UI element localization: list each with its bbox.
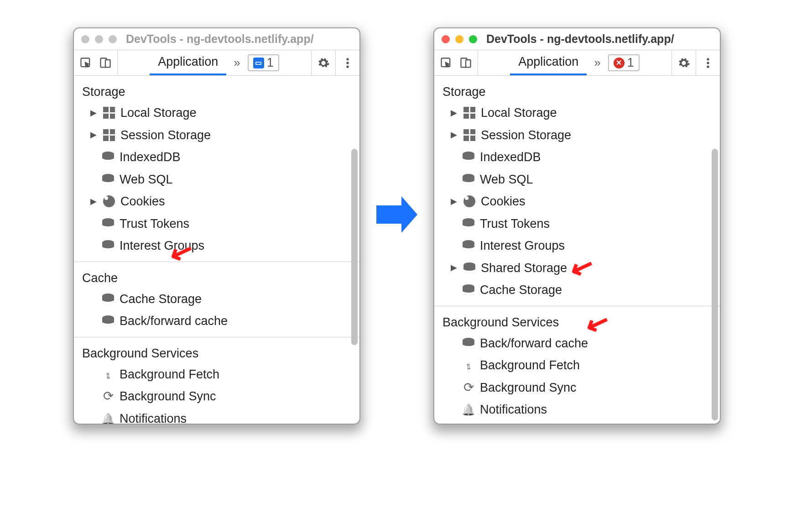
tree-item[interactable]: Payment Handler: [434, 421, 720, 424]
zoom-dot[interactable]: [469, 35, 477, 43]
tree-item-label: Cache Storage: [480, 281, 562, 299]
device-toggle-icon[interactable]: [459, 57, 472, 69]
tree-item-label: Interest Groups: [480, 236, 565, 255]
traffic-lights[interactable]: [81, 35, 117, 43]
settings-gear-icon[interactable]: [317, 57, 330, 69]
tree-item[interactable]: ▶Shared Storage: [434, 257, 720, 279]
more-tabs-chevron-icon[interactable]: »: [234, 56, 240, 70]
traffic-lights[interactable]: [442, 35, 477, 43]
kebab-menu-icon[interactable]: [702, 57, 714, 69]
svg-point-11: [707, 65, 709, 68]
scrollbar-thumb[interactable]: [351, 149, 358, 345]
tree-item[interactable]: ▶Session Storage: [434, 124, 720, 147]
section-header[interactable]: Storage: [74, 80, 359, 102]
settings-gear-icon[interactable]: [677, 57, 690, 69]
tree-item[interactable]: Background Fetch: [74, 363, 359, 386]
tree-item[interactable]: Background Sync: [434, 377, 720, 399]
scrollbar-thumb[interactable]: [712, 149, 718, 420]
inspect-icon[interactable]: [440, 57, 453, 69]
grid-icon: [103, 129, 115, 141]
svg-point-9: [707, 58, 709, 60]
bell-icon: [462, 400, 475, 419]
section-header[interactable]: Storage: [434, 80, 720, 102]
svg-rect-8: [466, 60, 471, 67]
tab-application[interactable]: Application: [150, 50, 226, 75]
device-toggle-icon[interactable]: [99, 57, 112, 69]
more-tabs-chevron-icon[interactable]: »: [594, 56, 600, 70]
tree-item[interactable]: Interest Groups: [74, 235, 359, 257]
disclosure-triangle-icon[interactable]: ▶: [450, 129, 458, 141]
section-header[interactable]: Background Services: [434, 311, 720, 332]
database-icon: [102, 152, 114, 163]
database-icon: [102, 315, 114, 326]
database-icon: [102, 240, 114, 251]
database-icon: [463, 338, 474, 349]
disclosure-triangle-icon[interactable]: ▶: [450, 107, 458, 119]
grid-icon: [463, 107, 475, 119]
grid-icon: [463, 129, 475, 141]
tree-item-label: IndexedDB: [480, 148, 541, 167]
tree-item-label: Local Storage: [120, 104, 197, 122]
tree-item[interactable]: Trust Tokens: [434, 213, 720, 235]
tree-item[interactable]: Cache Storage: [434, 279, 720, 301]
tree-item-label: Background Fetch: [480, 356, 580, 375]
tree-item-label: Cookies: [120, 192, 165, 211]
inspect-icon[interactable]: [79, 57, 92, 69]
tree-item[interactable]: ▶Cookies: [74, 190, 359, 213]
disclosure-triangle-icon[interactable]: ▶: [450, 195, 458, 208]
zoom-dot[interactable]: [109, 35, 117, 43]
tree-item[interactable]: Background Sync: [74, 385, 359, 408]
tree-item[interactable]: IndexedDB: [74, 146, 359, 168]
database-icon: [102, 294, 114, 304]
tree-item-label: Web SQL: [120, 170, 173, 189]
disclosure-triangle-icon[interactable]: ▶: [89, 107, 98, 119]
tree-item[interactable]: Web SQL: [74, 168, 359, 191]
tree-item[interactable]: ▶Session Storage: [74, 124, 359, 147]
updown-arrows-icon: [465, 356, 472, 375]
database-icon: [463, 152, 474, 163]
disclosure-triangle-icon[interactable]: ▶: [450, 262, 458, 274]
application-tree[interactable]: Storage▶Local Storage▶Session StorageInd…: [434, 76, 720, 424]
tree-item[interactable]: Notifications: [434, 399, 720, 421]
titlebar[interactable]: DevTools - ng-devtools.netlify.app/: [74, 28, 359, 50]
close-dot[interactable]: [442, 35, 450, 43]
messages-badge[interactable]: ▭ 1: [248, 54, 279, 71]
tree-item[interactable]: Background Fetch: [434, 354, 720, 377]
tree-item-label: Session Storage: [120, 126, 211, 145]
grid-icon: [103, 107, 115, 119]
errors-badge[interactable]: ✕ 1: [608, 54, 640, 71]
tab-application[interactable]: Application: [510, 50, 587, 75]
tree-item[interactable]: Trust Tokens: [74, 213, 359, 235]
section-header[interactable]: Cache: [74, 267, 359, 288]
close-dot[interactable]: [81, 35, 89, 43]
disclosure-triangle-icon[interactable]: ▶: [89, 195, 98, 208]
tree-item[interactable]: Back/forward cache: [74, 310, 359, 332]
tree-item[interactable]: ▶Local Storage: [434, 102, 720, 124]
database-icon: [463, 174, 474, 185]
tree-item[interactable]: Cache Storage: [74, 288, 359, 310]
tree-item[interactable]: IndexedDB: [434, 146, 720, 168]
disclosure-triangle-icon[interactable]: ▶: [89, 129, 98, 141]
tree-item-label: Shared Storage: [481, 259, 567, 278]
divider: [74, 262, 359, 262]
tree-item[interactable]: ▶Local Storage: [74, 102, 359, 124]
tree-item[interactable]: Interest Groups: [434, 235, 720, 257]
tree-item-label: Background Fetch: [120, 365, 219, 384]
sync-icon: [103, 387, 114, 406]
tree-item[interactable]: Back/forward cache: [434, 332, 720, 355]
minimize-dot[interactable]: [455, 35, 463, 43]
svg-point-3: [346, 58, 349, 60]
kebab-menu-icon[interactable]: [341, 57, 354, 69]
database-icon: [463, 240, 474, 251]
tree-item[interactable]: Web SQL: [434, 168, 720, 191]
devtools-toolbar: Application » ▭ 1: [74, 50, 359, 76]
cookie-icon: [103, 195, 115, 207]
section-header[interactable]: Background Services: [74, 342, 359, 363]
titlebar[interactable]: DevTools - ng-devtools.netlify.app/: [434, 28, 720, 50]
tree-item[interactable]: Notifications: [74, 408, 359, 424]
tree-item[interactable]: ▶Cookies: [434, 190, 720, 213]
minimize-dot[interactable]: [95, 35, 103, 43]
application-tree[interactable]: Storage▶Local Storage▶Session StorageInd…: [74, 76, 359, 424]
tree-item-label: Cookies: [481, 192, 526, 211]
database-icon: [102, 174, 114, 185]
